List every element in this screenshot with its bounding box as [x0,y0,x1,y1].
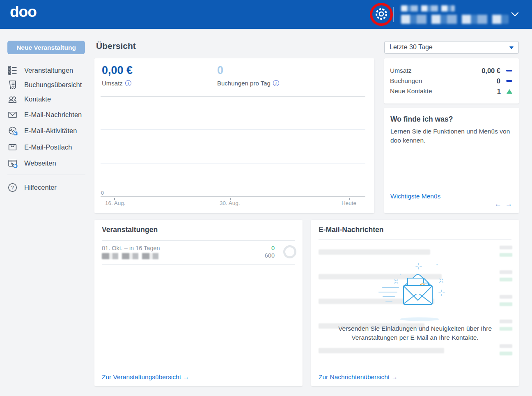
websites-icon [7,158,18,168]
ghost-value [500,295,512,299]
email-activity-icon [7,126,18,136]
x-tick-label: Heute [342,200,356,206]
sidebar-item-label: Kontakte [24,95,51,103]
event-capacity: 600 [265,252,275,259]
svg-text:?: ? [11,184,14,190]
ghost-value [500,270,512,274]
carousel-next-arrow[interactable]: → [505,200,512,208]
kpi-summary-card: Umsatz 0,00 € Buchungen 0 Neue Kontakte … [384,58,519,104]
onboarding-title: Wo finde ich was? [390,115,453,124]
event-progress-ring [283,245,296,258]
gear-icon [374,7,389,21]
stat-value: 1 [497,87,501,95]
events-overview-link[interactable]: Zur Veranstaltungsübersicht → [102,373,189,381]
page-title: Übersicht [96,41,136,51]
trend-flat-icon [506,70,512,72]
ghost-value [500,302,512,306]
ghost-value [500,320,512,323]
lock-badge-icon [14,164,17,168]
sidebar-item-label: Hilfecenter [24,184,57,191]
events-card: Veranstaltungen 01. Okt. – in 16 Tagen 0… [94,220,303,386]
divider [102,240,295,241]
new-event-button[interactable]: Neue Veranstaltung [7,41,85,54]
bookings-per-day-value: 0 [217,64,223,77]
x-tick-label: 30. Aug. [220,200,240,206]
trend-up-icon [507,89,512,94]
sidebar-item-email-postfach[interactable]: E-Mail-Postfach [7,141,72,153]
sidebar-item-email-aktivitaeten[interactable]: E-Mail-Aktivitäten [7,125,77,136]
doo-logo[interactable]: doo [10,3,37,21]
ghost-value [500,278,512,281]
account-name-redacted [401,5,455,12]
ghost-value [500,246,512,249]
email-card-title: E-Mail-Nachrichten [319,226,384,234]
bookings-receipt-icon [7,80,18,90]
select-dropdown-arrow-icon [509,46,514,49]
top-navbar: doo [0,0,532,29]
sidebar-item-buchungsuebersicht[interactable]: Buchungsübersicht [7,79,82,90]
trend-flat-icon [506,80,512,82]
chart-top-divider [101,96,365,97]
envelope-illustration [346,261,486,322]
sidebar-item-webseiten[interactable]: Webseiten [7,157,56,169]
doo-dashboard: doo Neue Veranstaltung Veranstaltungen [0,0,532,396]
bookings-per-day-label: Buchungen pro Tag i [217,80,279,87]
account-menu-toggle[interactable] [511,12,519,19]
stat-row-buchungen: Buchungen 0 [390,76,512,86]
umsatz-value: 0,00 € [102,64,133,77]
header-divider [393,7,394,22]
sidebar-item-label: E-Mail-Nachrichten [24,111,82,119]
sidebar-item-kontakte[interactable]: Kontakte [7,93,51,105]
stat-row-neue-kontakte: Neue Kontakte 1 [390,86,512,96]
ghost-row [319,249,430,255]
sidebar-item-veranstaltungen[interactable]: Veranstaltungen [7,64,73,76]
y-axis-zero-label: 0 [101,190,104,196]
event-date: 01. Okt. – in 16 Tagen [102,245,160,251]
carousel-prev-arrow[interactable]: ← [495,200,502,208]
stat-value: 0 [497,77,500,85]
info-icon[interactable]: i [125,80,131,86]
chart-gridline [101,129,365,130]
sidebar-item-label: Veranstaltungen [24,67,73,74]
stat-row-umsatz: Umsatz 0,00 € [390,66,512,76]
onboarding-card: Wo finde ich was? Lernen Sie die Funktio… [384,108,519,213]
info-icon[interactable]: i [273,80,279,86]
ghost-row [319,348,444,353]
sidebar-item-label: Buchungsübersicht [24,81,82,89]
ghost-value [500,344,512,348]
settings-gear-button[interactable] [373,6,390,23]
lock-badge-icon [14,131,17,135]
ghost-value [500,253,512,257]
email-empty-state-caption: Versenden Sie Einladungen und Neuigkeite… [319,324,511,343]
messages-overview-link[interactable]: Zur Nachrichtenübersicht → [319,373,398,381]
wichtigste-menues-link[interactable]: Wichtigste Menüs [390,193,440,200]
contacts-icon [7,94,18,104]
ghost-value [500,352,512,355]
sidebar-item-label: Webseiten [24,159,56,167]
divider [319,239,511,240]
umsatz-label: Umsatz i [102,80,131,87]
sidebar-item-hilfecenter[interactable]: ? Hilfecenter [7,182,57,193]
email-inbox-icon [7,142,18,152]
event-booking-count: 0 600 [265,244,275,259]
email-envelope-icon [7,110,18,120]
divider [102,264,295,265]
chart-x-axis [101,196,365,197]
events-checklist-icon [7,65,18,76]
sidebar-divider [7,175,85,175]
events-card-title: Veranstaltungen [102,226,158,234]
onboarding-body: Lernen Sie die Funktionen und Menüs von … [390,127,514,145]
overview-chart-card: 0,00 € Umsatz i 0 Buchungen pro Tag i 0 … [94,58,374,213]
event-name-redacted [102,253,162,259]
stat-value: 0,00 € [482,67,500,75]
chart-gridline [101,163,365,163]
account-org-redacted [401,15,508,24]
event-bookings: 0 [265,244,275,252]
help-circle-icon: ? [7,182,18,193]
x-tick-label: 16. Aug. [105,200,126,206]
sidebar-item-email-nachrichten[interactable]: E-Mail-Nachrichten [7,109,82,120]
period-select[interactable]: Letzte 30 Tage [384,41,519,54]
sidebar-item-label: E-Mail-Aktivitäten [24,127,77,135]
sidebar-item-label: E-Mail-Postfach [24,143,72,151]
email-messages-card: E-Mail-Nachrichten [311,220,519,386]
